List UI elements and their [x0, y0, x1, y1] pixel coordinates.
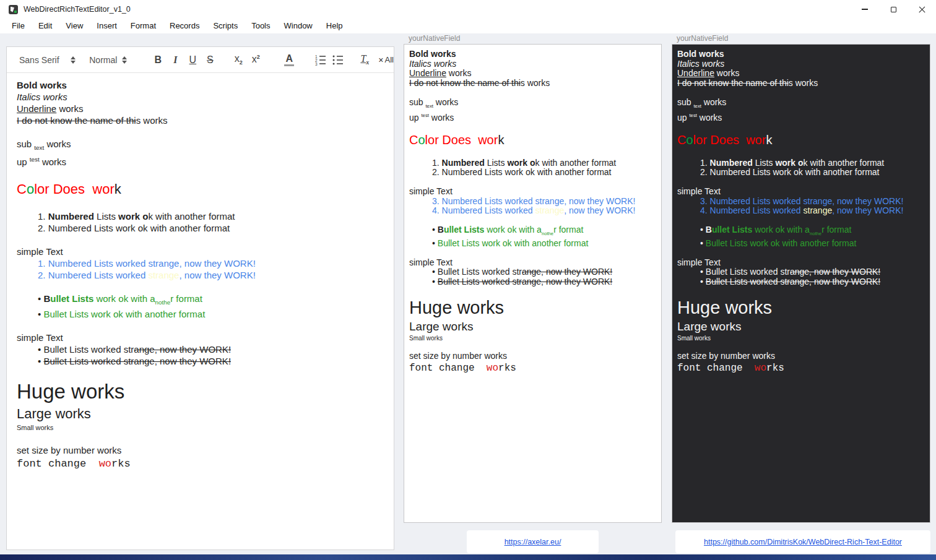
list-item: 2. Numbered Lists work ok with another f… [409, 168, 656, 178]
text-line: I do not know the name of this works [677, 79, 925, 88]
editor-content-area[interactable]: Bold worksItalics worksUnderline worksI … [7, 73, 394, 477]
text-line: set size by number works [17, 444, 384, 456]
text-line [17, 126, 384, 138]
list-item: 1. Numbered Lists work ok with another f… [677, 158, 925, 168]
github-link-pill: https://github.com/DimitrisKok/WebDirect… [675, 530, 930, 553]
paragraph-style-select[interactable]: Normal [89, 55, 127, 65]
text-line: font change works [677, 361, 925, 374]
text-line [677, 149, 925, 158]
list-item: 4. Numbered Lists worked strange, now th… [409, 206, 656, 216]
text-line: Color Does work [677, 132, 925, 149]
text-line: Italics works [677, 59, 925, 69]
text-line: Italics works [17, 91, 384, 103]
updown-arrows-icon [122, 56, 127, 64]
text-line [677, 216, 925, 226]
menu-records[interactable]: Records [163, 19, 206, 33]
subscript-button[interactable]: x2 [230, 53, 247, 66]
ordered-list-icon[interactable]: 123 [311, 54, 329, 66]
menu-view[interactable]: View [59, 19, 90, 33]
text-line [17, 199, 384, 210]
minimize-button[interactable] [851, 0, 879, 19]
native-field-label-right: yourNativeField [677, 34, 728, 43]
text-line: up test works [677, 111, 925, 123]
svg-text:3: 3 [315, 61, 318, 66]
minimize-icon [862, 9, 868, 9]
list-item: • Bullet Lists work ok with another form… [409, 239, 656, 249]
github-link[interactable]: https://github.com/DimitrisKok/WebDirect… [704, 538, 902, 546]
italic-button[interactable]: I [167, 54, 184, 66]
updown-arrows-icon [71, 56, 76, 64]
text-line: set size by number works [409, 351, 656, 361]
text-line [677, 342, 925, 352]
menu-help[interactable]: Help [319, 19, 350, 33]
list-item: • Bullet Lists worked strange, now they … [677, 267, 925, 277]
text-line: Underline works [17, 103, 384, 114]
text-line [677, 286, 925, 296]
close-button[interactable] [908, 0, 936, 19]
text-line: Underline works [409, 69, 656, 79]
text-line [17, 281, 384, 293]
close-icon [919, 6, 925, 13]
text-line: I do not know the name of this works [17, 114, 384, 126]
axelar-link[interactable]: https://axelar.eu/ [505, 538, 561, 546]
menu-format[interactable]: Format [124, 19, 163, 33]
list-item: • Bullet Lists worked strange, now they … [677, 277, 925, 287]
maximize-icon [891, 7, 896, 12]
text-line: up test works [409, 111, 656, 123]
text-line: font change works [409, 361, 656, 374]
list-item: • Bullet Lists work ok with another form… [409, 225, 656, 238]
bold-button[interactable]: B [149, 54, 167, 66]
text-line: simple Text [17, 246, 384, 257]
remove-all-button[interactable]: ×All [378, 55, 394, 65]
list-item: • Bullet Lists worked strange, now they … [17, 355, 384, 367]
strikethrough-button[interactable]: S [201, 54, 219, 66]
list-item: • Bullet Lists work ok with another form… [17, 308, 384, 320]
menu-scripts[interactable]: Scripts [206, 19, 245, 33]
maximize-button[interactable] [879, 0, 908, 19]
desktop-edge [0, 554, 936, 560]
menu-tools[interactable]: Tools [245, 19, 277, 33]
text-line: simple Text [17, 332, 384, 343]
text-line: Bold works [677, 50, 925, 59]
title-bar: WebDirectRichTextEditor_v1_0 [0, 0, 936, 19]
text-line: Italics works [409, 59, 656, 69]
text-line [677, 88, 925, 98]
editor-toolbar: Sans Serif Normal BIUSx2x2A123Tx×All [7, 47, 394, 73]
app-window: WebDirectRichTextEditor_v1_0 FileEditVie… [0, 0, 936, 560]
text-line: simple Text [677, 258, 925, 268]
menu-bar: FileEditViewInsertFormatRecordsScriptsTo… [0, 19, 936, 33]
list-item: • Bullet Lists work ok with another form… [677, 239, 925, 249]
menu-insert[interactable]: Insert [90, 19, 124, 33]
window-title: WebDirectRichTextEditor_v1_0 [24, 5, 131, 14]
text-line: I do not know the name of this works [409, 79, 656, 88]
text-line: up test works [17, 153, 384, 168]
text-color-button[interactable]: A [284, 53, 294, 66]
font-family-value: Sans Serif [19, 55, 59, 65]
text-line [17, 433, 384, 444]
text-line [409, 123, 656, 132]
underline-button[interactable]: U [184, 54, 201, 66]
text-line [409, 178, 656, 187]
superscript-button[interactable]: x2 [247, 54, 264, 65]
bullet-list-icon[interactable] [329, 54, 346, 66]
menu-file[interactable]: File [5, 19, 32, 33]
text-line: Small works [17, 423, 384, 433]
menu-window[interactable]: Window [277, 19, 319, 33]
text-line: sub text works [409, 98, 656, 111]
list-item: 2. Numbered Lists work ok with another f… [17, 222, 384, 234]
text-line: simple Text [409, 187, 656, 197]
text-line [409, 342, 656, 352]
list-item: 1. Numbered Lists worked strange, now th… [17, 257, 384, 269]
native-field-dark[interactable]: Bold worksItalics worksUnderline worksI … [672, 44, 930, 523]
axelar-link-pill: https://axelar.eu/ [467, 530, 599, 553]
text-line [677, 248, 925, 258]
list-item: • Bullet Lists work ok with another form… [677, 225, 925, 238]
menu-edit[interactable]: Edit [32, 19, 59, 33]
list-item: 2. Numbered Lists work ok with another f… [677, 168, 925, 178]
list-item: 4. Numbered Lists worked strange, now th… [677, 206, 925, 216]
clear-format-button[interactable]: Tx [356, 53, 373, 66]
font-family-select[interactable]: Sans Serif [19, 55, 76, 65]
text-line [409, 286, 656, 296]
text-line: font change works [17, 456, 384, 471]
native-field-light[interactable]: Bold worksItalics worksUnderline worksI … [404, 44, 662, 523]
